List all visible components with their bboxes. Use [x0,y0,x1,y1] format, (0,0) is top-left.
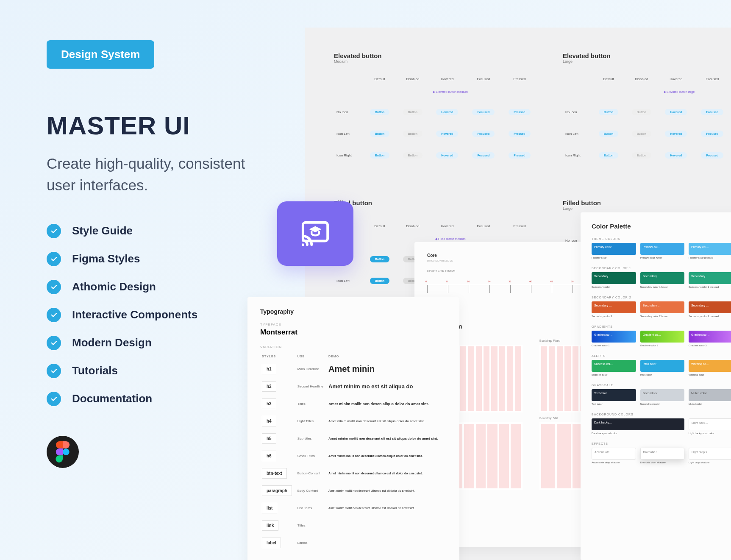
check-icon [47,224,61,238]
color-swatch: Secondary …Secondary color 2 hover [640,301,685,318]
style-tag: h1 [262,364,276,374]
state-header: Disabled [625,75,658,83]
swatch-name: Infos color [640,373,685,376]
button-specimen: Button [403,131,423,137]
button-specimen: Hovered [436,109,458,115]
swatch-name: Light background color [689,432,731,435]
swatch-overlay-label: Secondary … [691,304,709,307]
dim-label: DIMENSION BASE LN [427,259,453,262]
design-canvas: Elevated button Medium DefaultDisabledHo… [305,28,731,560]
button-specimen: Focused [472,109,495,115]
palette-category-label: ALERTS [592,354,731,357]
button-specimen: Hovered [665,152,687,159]
swatch-overlay-label: Light back… [692,421,708,424]
swatch-overlay-label: Gradient co… [643,333,661,336]
palette-category-label: GRADIENTS [592,325,731,328]
color-swatch: Warning co…Warning color [689,360,731,376]
core-title: Core [427,253,453,258]
swatch-name: Secondary color 1 pressed [689,286,731,288]
color-swatch: SecondarySecondary color [592,272,636,288]
swatch-overlay-label: Second tex… [643,392,661,395]
feature-label: Figma Styles [72,252,140,265]
color-swatch: Accentuate…Accentuate drop shadow [592,448,636,464]
style-use: Button-Content [296,465,327,482]
palette-category-label: BACKGROUND COLORS [592,413,731,416]
feature-label: Athomic Design [72,280,156,293]
feature-label: Modern Design [72,336,152,349]
style-use: Small Titles [296,447,327,465]
feature-label: Style Guide [72,224,133,237]
color-swatch: Light back…Light background color [689,418,731,435]
section-size: Medium [334,206,537,211]
elevated-button-medium-sheet: Elevated button Medium DefaultDisabledHo… [321,44,550,171]
swatch-name: Second text color [640,403,685,405]
swatch-overlay-label: Muted color [691,392,707,395]
section-title: Filled button [334,199,537,206]
state-header: Disabled [396,223,429,230]
button-specimen: Button [599,131,619,137]
feature-item: Documentation [47,392,250,406]
palette-category-label: THEME COLORS [592,237,731,240]
feature-label: Interactive Components [72,308,197,321]
row-label: No Icon [334,101,363,123]
style-tag: list [262,503,277,513]
swatch-overlay-label: Gradient co… [691,333,709,336]
style-demo: Amet minim mollit non deserunt ullamco a… [327,447,447,465]
feature-item: Interactive Components [47,308,250,322]
button-specimen: Button [403,152,423,159]
button-specimen: Button [599,152,619,159]
style-use: Sub-titles [296,430,327,447]
swatch-name: Secondary color 2 pressed [689,315,731,318]
check-icon [47,308,61,322]
row-label: No Icon [563,101,592,123]
row-label: Icon Right [563,145,592,166]
swatch-overlay-label: Gradient co… [594,333,612,336]
button-specimen: Button [403,109,423,115]
variant-label: ◆ Elevated button medium [363,83,537,101]
state-header: Pressed [502,75,537,83]
swatch-name: Secondary color 2 hover [640,315,685,318]
swatch-name: Light drop shadow [689,461,731,464]
style-tag: label [262,538,281,548]
color-swatch: Success col…Success color [592,360,636,376]
style-use: Labels [296,534,327,552]
swatch-name: Accentuate drop shadow [592,461,636,464]
swatch-name: Gradient color 2 [640,344,685,347]
swatch-overlay-label: Secondary … [594,304,612,307]
row-label: Icon Left [563,123,592,145]
style-demo: Amet minim mollit non deserunt ullamco e… [327,482,447,499]
state-header: Default [363,223,396,230]
color-palette-sheet: Color Palette THEME COLORSPrimary colorP… [581,212,731,560]
ruler-value: 40 [529,280,532,283]
variant-label: ◆ Elevated button large [592,83,731,101]
ruler-value: 56 [571,280,574,283]
button-specimen: Hovered [665,109,687,115]
state-header: Default [592,75,625,83]
state-header: Focused [465,75,502,83]
section-size: Large [563,206,731,211]
button-specimen: Button [370,131,390,137]
ruler-value: 32 [509,280,511,283]
typography-title: Typography [260,308,447,315]
palette-category-label: EFFECTS [592,442,731,445]
style-tag: paragraph [262,485,292,496]
state-header: Hovered [429,223,465,230]
swatch-name: Gradient color 3 [689,344,731,347]
variation-label: VARIATION [260,345,447,349]
swatch-overlay-label: Primary col… [691,245,709,248]
section-size: Medium [334,59,537,64]
state-header: Pressed [502,223,537,230]
button-specimen: Button [370,109,390,115]
style-demo: Amet minim mollit non deserunt ullamco e… [327,499,447,517]
ruler-value: 48 [550,280,553,283]
feature-list: Style GuideFigma StylesAthomic DesignInt… [47,224,250,406]
typo-column: DEMO [327,352,447,360]
swatch-name: Gradient color 1 [592,344,636,347]
cast-education-icon-card [277,201,353,266]
button-specimen: Focused [701,131,723,137]
swatch-name: Text color [592,403,636,405]
state-header: Focused [694,75,731,83]
palette-category-label: GRAYSCALE [592,384,731,387]
style-demo: Amet minim mollit non deserunt ullamco e… [327,465,447,482]
swatch-name: Muted color [689,403,731,405]
